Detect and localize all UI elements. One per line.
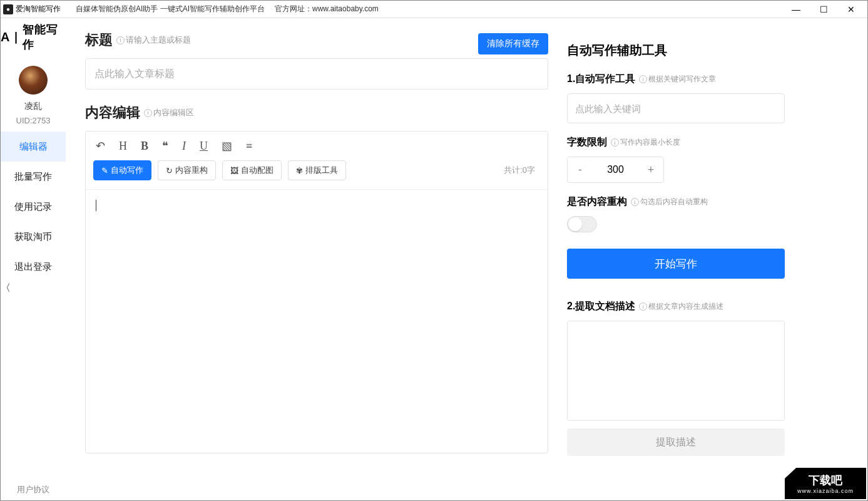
keyword-input[interactable] bbox=[567, 93, 785, 123]
logo: A❘智能写作 bbox=[1, 22, 66, 52]
extract-section-title: 2.提取文档描述 i根据文章内容生成描述 bbox=[567, 300, 785, 313]
action-toolbar: ✎自动写作 ↻内容重构 🖼自动配图 ✾排版工具 共计:0字 bbox=[86, 157, 548, 190]
editor-container: ↶ H B ❝ I U ▧ ≡ ✎自动写作 ↻内容重构 🖼自动配图 ✾排版工具 … bbox=[85, 131, 548, 453]
align-icon[interactable]: ≡ bbox=[246, 140, 252, 153]
start-writing-button[interactable]: 开始写作 bbox=[567, 249, 785, 279]
italic-icon[interactable]: I bbox=[182, 140, 186, 153]
restructure-toggle[interactable] bbox=[567, 216, 597, 232]
titlebar: ● 爱淘智能写作 自媒体智能伪原创AI助手 一键式AI智能写作辅助创作平台 官方… bbox=[1, 1, 867, 18]
user-id: UID:2753 bbox=[16, 116, 51, 125]
restructure-button[interactable]: ↻内容重构 bbox=[158, 160, 216, 180]
app-subtitle: 自媒体智能伪原创AI助手 一键式AI智能写作辅助创作平台 bbox=[76, 4, 265, 14]
avatar[interactable] bbox=[19, 66, 48, 95]
info-icon: i bbox=[611, 138, 619, 147]
extract-description-button[interactable]: 提取描述 bbox=[567, 428, 785, 456]
sidebar-item-logout[interactable]: 退出登录 bbox=[1, 252, 66, 282]
decrement-button[interactable]: - bbox=[568, 157, 593, 182]
auto-write-button[interactable]: ✎自动写作 bbox=[93, 160, 151, 180]
image-icon[interactable]: ▧ bbox=[222, 139, 232, 153]
format-toolbar: ↶ H B ❝ I U ▧ ≡ bbox=[86, 132, 548, 157]
increment-button[interactable]: + bbox=[638, 157, 663, 182]
description-output[interactable] bbox=[567, 321, 785, 421]
info-icon: i bbox=[639, 75, 647, 83]
undo-icon[interactable]: ↶ bbox=[96, 139, 105, 153]
user-agreement-link[interactable]: 用户协议 bbox=[17, 484, 49, 495]
word-counter: 共计:0字 bbox=[504, 165, 540, 176]
word-limit-stepper[interactable]: - 300 + bbox=[567, 157, 664, 183]
underline-icon[interactable]: U bbox=[200, 140, 208, 153]
chevron-left-icon[interactable]: 〈 bbox=[1, 282, 11, 293]
word-limit-value: 300 bbox=[593, 164, 638, 175]
assist-panel: 自动写作辅助工具 1.自动写作工具 i根据关键词写作文章 字数限制 i写作内容最… bbox=[563, 31, 789, 500]
clear-cache-button[interactable]: 清除所有缓存 bbox=[478, 33, 548, 54]
info-icon: i bbox=[639, 302, 647, 311]
info-icon: i bbox=[116, 36, 125, 44]
picture-icon: 🖼 bbox=[230, 166, 238, 175]
username: 凌乱 bbox=[24, 101, 42, 112]
assist-panel-title: 自动写作辅助工具 bbox=[567, 42, 785, 59]
sidebar-item-editor[interactable]: 编辑器 bbox=[1, 132, 66, 162]
pencil-icon: ✎ bbox=[101, 166, 108, 175]
word-limit-title: 字数限制 i写作内容最小长度 bbox=[567, 136, 785, 149]
app-name: 爱淘智能写作 bbox=[16, 4, 61, 14]
official-url: 官方网址：www.aitaobaby.com bbox=[275, 4, 379, 14]
article-title-input[interactable] bbox=[85, 58, 548, 90]
watermark: 下载吧www.xiazaiba.com bbox=[785, 468, 866, 499]
heading-icon[interactable]: H bbox=[119, 140, 127, 153]
refresh-icon: ↻ bbox=[166, 166, 173, 175]
auto-image-button[interactable]: 🖼自动配图 bbox=[222, 160, 282, 180]
auto-write-section-title: 1.自动写作工具 i根据关键词写作文章 bbox=[567, 73, 785, 86]
tool-icon: ✾ bbox=[296, 166, 303, 175]
editor-textarea[interactable] bbox=[86, 190, 548, 453]
close-button[interactable]: ✕ bbox=[837, 1, 865, 18]
maximize-button[interactable]: ☐ bbox=[810, 1, 837, 18]
sidebar-item-history[interactable]: 使用记录 bbox=[1, 192, 66, 222]
layout-tool-button[interactable]: ✾排版工具 bbox=[288, 160, 346, 180]
main-editor: 标题 i请输入主题或标题 清除所有缓存 内容编辑 i内容编辑区 ↶ H B ❝ … bbox=[85, 31, 548, 500]
app-icon: ● bbox=[3, 4, 13, 14]
content-section-header: 内容编辑 i内容编辑区 bbox=[85, 103, 548, 122]
sidebar-item-coins[interactable]: 获取淘币 bbox=[1, 222, 66, 252]
info-icon: i bbox=[631, 198, 639, 206]
bold-icon[interactable]: B bbox=[141, 140, 148, 153]
quote-icon[interactable]: ❝ bbox=[162, 139, 168, 153]
sidebar: A❘智能写作 凌乱 UID:2753 编辑器 批量写作 使用记录 获取淘币 退出… bbox=[1, 18, 66, 500]
restructure-toggle-title: 是否内容重构 i勾选后内容自动重构 bbox=[567, 195, 785, 209]
minimize-button[interactable]: — bbox=[782, 1, 810, 18]
info-icon: i bbox=[144, 109, 152, 117]
sidebar-item-batch[interactable]: 批量写作 bbox=[1, 162, 66, 192]
